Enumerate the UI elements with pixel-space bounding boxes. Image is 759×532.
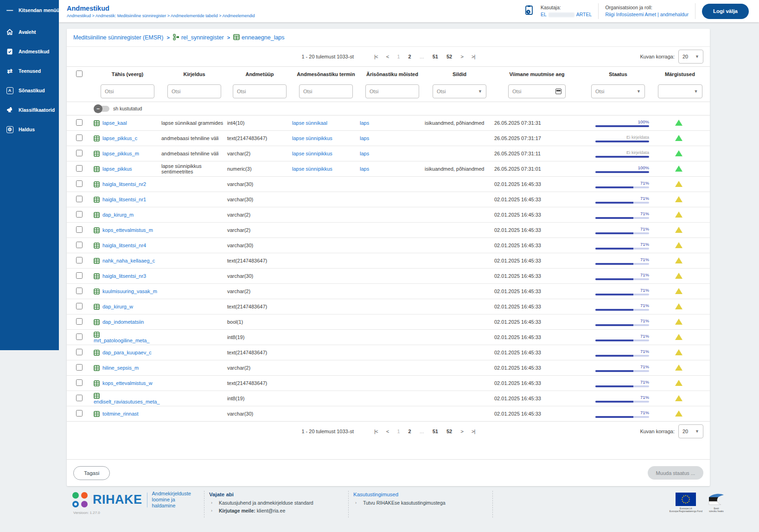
data-element-link[interactable]: mrt_patoloogiline_meta_ (94, 332, 159, 343)
sidebar-item-avaleht[interactable]: Avaleht (0, 22, 59, 42)
filter-tahis-input[interactable] (105, 89, 150, 94)
col-header-moisted[interactable]: Ärisõnastiku mõisted (360, 71, 425, 77)
per-page-select[interactable]: 20▼ (678, 424, 703, 438)
terms-link[interactable]: Tutvu RIHAKEse kasutustingimustega (363, 499, 446, 507)
data-element-link[interactable]: haigla_litsentsi_nr2 (94, 181, 159, 187)
calendar-icon[interactable] (555, 89, 561, 94)
row-checkbox[interactable] (76, 318, 83, 325)
logout-button[interactable]: Logi välja (702, 4, 749, 19)
filter-andmetyyp-input[interactable] (237, 89, 282, 94)
row-checkbox[interactable] (76, 303, 83, 309)
page-1-button[interactable]: 1 (397, 429, 400, 434)
breadcrumb-table-link[interactable]: enneaegne_laps (233, 34, 284, 42)
back-button[interactable]: Tagasi (73, 466, 110, 480)
col-header-andmetyyp[interactable]: Andmetüüp (227, 71, 292, 77)
prev-page-button[interactable]: < (386, 429, 389, 434)
col-header-kirjeldus[interactable]: Kirjeldus (161, 71, 227, 77)
row-checkbox[interactable] (76, 242, 83, 248)
row-checkbox[interactable] (76, 257, 83, 263)
filter-staatus-select[interactable] (595, 89, 635, 94)
next-page-button[interactable]: > (460, 54, 463, 59)
data-element-link[interactable]: haigla_litsentsi_nr3 (94, 273, 159, 279)
clipboard-clock-icon[interactable] (524, 5, 534, 18)
data-element-link[interactable]: endiselt_raviasutuses_meta_ (94, 393, 159, 404)
data-element-link[interactable]: lapse_pikkus_m (94, 151, 159, 157)
concept-link[interactable]: laps (360, 151, 369, 156)
select-all-checkbox[interactable] (76, 71, 83, 77)
row-checkbox[interactable] (76, 272, 83, 279)
prev-page-button[interactable]: < (386, 54, 389, 59)
concept-link[interactable]: laps (360, 120, 369, 126)
breadcrumb-register-link[interactable]: Meditsiiniline sünniregister (EMSR) (73, 34, 164, 41)
data-element-link[interactable]: toitmine_rinnast (94, 411, 159, 417)
page-2-button[interactable]: 2 (408, 429, 411, 434)
col-header-tahis[interactable]: Tähis (veerg) (94, 71, 161, 77)
change-status-button[interactable]: Muuda staatus ... (648, 466, 703, 480)
data-element-link[interactable]: dap_kirurg_w (94, 304, 159, 310)
first-page-button[interactable]: |< (374, 54, 378, 59)
filter-sildid-select[interactable] (437, 89, 476, 94)
row-checkbox[interactable] (76, 119, 83, 126)
data-element-link[interactable]: hiline_sepsis_m (94, 365, 159, 371)
sidebar-item-sonastikud[interactable]: A Sõnastikud (0, 81, 59, 100)
data-element-link[interactable]: haigla_litsentsi_nr4 (94, 243, 159, 249)
data-element-link[interactable]: kuulmisuuring_vasak_m (94, 288, 159, 295)
col-header-termin[interactable]: Andmesõnastiku termin (292, 71, 360, 77)
row-checkbox[interactable] (76, 165, 83, 172)
row-checkbox[interactable] (76, 395, 83, 401)
page-52-button[interactable]: 52 (446, 429, 452, 434)
row-checkbox[interactable] (76, 226, 83, 233)
page-51-button[interactable]: 51 (433, 429, 438, 434)
help-guide-link[interactable]: Kasutusjuhend ja andmekirjelduse standar… (219, 499, 313, 507)
row-checkbox[interactable] (76, 364, 83, 371)
sidebar-item-andmestikud[interactable]: Andmestikud (0, 42, 59, 61)
data-element-link[interactable]: dap_indometatsiin (94, 319, 159, 325)
row-checkbox[interactable] (76, 410, 83, 417)
row-checkbox[interactable] (76, 180, 83, 187)
filter-moisted-input[interactable] (370, 89, 415, 94)
next-page-button[interactable]: > (460, 429, 463, 434)
term-link[interactable]: lapse sünnipikkus (292, 151, 332, 156)
row-checkbox[interactable] (76, 196, 83, 202)
filter-date-input[interactable] (512, 89, 554, 94)
row-checkbox[interactable] (76, 379, 83, 386)
data-element-link[interactable]: lapse_pikkus (94, 166, 159, 172)
page-51-button[interactable]: 51 (433, 54, 438, 59)
data-element-link[interactable]: lapse_kaal (94, 120, 159, 126)
data-element-link[interactable]: kops_ettevalmistus_m (94, 227, 159, 233)
last-page-button[interactable]: >| (472, 54, 475, 59)
data-element-link[interactable]: nahk_naha_kellaaeg_c (94, 258, 159, 264)
page-2-button[interactable]: 2 (408, 54, 411, 59)
term-link[interactable]: lapse sünnikaal (292, 120, 327, 126)
data-element-link[interactable]: lapse_pikkus_c (94, 135, 159, 141)
row-checkbox[interactable] (76, 288, 83, 294)
term-link[interactable]: lapse sünnipikkus (292, 135, 332, 141)
row-checkbox[interactable] (76, 211, 83, 218)
sidebar-item-haldus[interactable]: ⚙ Haldus (0, 120, 59, 139)
sidebar-item-teenused[interactable]: ⇄ Teenused (0, 61, 59, 81)
filter-margistused-select[interactable] (662, 89, 692, 94)
sidebar-collapse-button[interactable]: — Kitsendan menüü (0, 0, 59, 20)
row-checkbox[interactable] (76, 333, 83, 340)
page-52-button[interactable]: 52 (446, 54, 452, 59)
first-page-button[interactable]: |< (374, 429, 378, 434)
sidebar-item-klassifikaatorid[interactable]: Klassifikaatorid (0, 100, 59, 120)
filter-termin-input[interactable] (303, 89, 349, 94)
row-checkbox[interactable] (76, 135, 83, 141)
filter-kirjeldus-input[interactable] (172, 89, 217, 94)
col-header-sildid[interactable]: Sildid (425, 71, 494, 77)
per-page-select[interactable]: 20▼ (678, 50, 703, 64)
concept-link[interactable]: laps (360, 166, 369, 172)
data-element-link[interactable]: kops_ettevalmistus_w (94, 380, 159, 386)
data-element-link[interactable]: haigla_litsentsi_nr1 (94, 197, 159, 203)
col-header-muutmise-aeg[interactable]: Viimane muutmise aeg (494, 71, 580, 77)
page-1-button[interactable]: 1 (397, 54, 400, 59)
row-checkbox[interactable] (76, 349, 83, 355)
breadcrumb-schema-link[interactable]: rel_synniregister (173, 34, 224, 42)
data-element-link[interactable]: dap_kirurg_m (94, 212, 159, 218)
show-deleted-toggle[interactable]: – (95, 106, 109, 112)
data-element-link[interactable]: dap_para_kuupaev_c (94, 350, 159, 356)
col-header-staatus[interactable]: Staatus (580, 71, 657, 77)
row-checkbox[interactable] (76, 150, 83, 156)
last-page-button[interactable]: >| (472, 429, 475, 434)
